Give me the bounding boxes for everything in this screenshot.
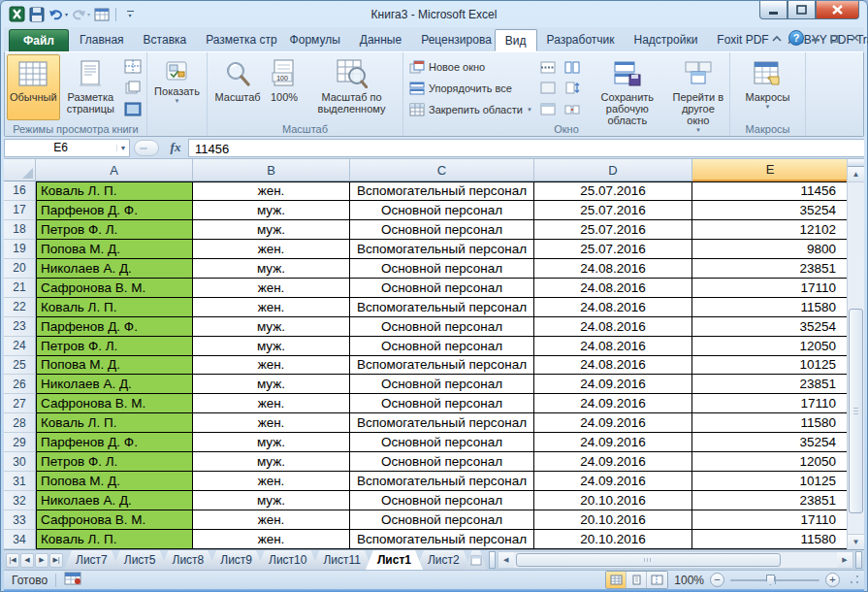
cell[interactable]: Коваль Л. П.: [36, 181, 193, 201]
cell[interactable]: 24.09.2016: [534, 394, 692, 413]
cell[interactable]: 9800: [692, 240, 849, 259]
cell[interactable]: жен.: [193, 240, 350, 259]
custom-views-icon[interactable]: [122, 78, 144, 97]
cell[interactable]: 25.07.2016: [534, 201, 692, 220]
save-icon[interactable]: [28, 6, 46, 23]
sheet-tab-Лист1[interactable]: Лист1: [366, 550, 423, 570]
cell[interactable]: Основной персонал: [350, 375, 534, 394]
zoom-in-icon[interactable]: +: [825, 573, 840, 587]
customize-qat-icon[interactable]: ▾: [121, 6, 139, 23]
cell[interactable]: Петров Ф. Л.: [36, 452, 193, 472]
column-header-A[interactable]: A: [36, 159, 193, 181]
cell[interactable]: муж.: [193, 452, 350, 472]
sheet-tab-Лист7[interactable]: Лист7: [64, 550, 119, 570]
cell[interactable]: 24.09.2016: [534, 452, 692, 472]
horizontal-scrollbar[interactable]: ◀ ▶: [498, 551, 853, 569]
cell[interactable]: Основной персонал: [350, 317, 534, 337]
last-sheet-icon[interactable]: ▶|: [49, 553, 63, 568]
cell[interactable]: 23851: [692, 375, 849, 394]
cell[interactable]: муж.: [193, 317, 350, 337]
scroll-down-icon[interactable]: ▼: [848, 534, 864, 549]
cell[interactable]: жен.: [193, 298, 350, 317]
sheet-tab-Лист2[interactable]: Лист2: [416, 550, 471, 570]
cell[interactable]: 24.09.2016: [534, 472, 692, 491]
undo-icon[interactable]: ▾: [48, 6, 68, 23]
page-break-shortcut-icon[interactable]: [647, 572, 667, 588]
row-header[interactable]: 29: [4, 433, 36, 452]
name-box[interactable]: E6 ▼: [4, 139, 130, 157]
cell[interactable]: Сафронова В. М.: [36, 394, 193, 413]
cell[interactable]: 35254: [692, 433, 849, 452]
cell[interactable]: муж.: [193, 491, 350, 510]
cell[interactable]: 24.08.2016: [534, 356, 692, 376]
freeze-panes-button[interactable]: Закрепить области ▼: [409, 99, 532, 119]
row-header[interactable]: 19: [4, 240, 36, 259]
cell[interactable]: Основной персонал: [350, 220, 534, 240]
cell[interactable]: Петров Ф. Л.: [36, 220, 193, 240]
redo-icon[interactable]: ▾: [71, 6, 90, 23]
row-header[interactable]: 23: [4, 317, 36, 337]
horizontal-scroll-thumb[interactable]: [516, 553, 781, 567]
cell[interactable]: 17110: [692, 279, 849, 298]
cell[interactable]: Основной персонал: [350, 510, 534, 530]
tab-Вставка[interactable]: Вставка: [134, 29, 197, 51]
cell[interactable]: Николаев А. Д.: [36, 491, 193, 510]
cell[interactable]: Вспомогательный персонал: [350, 181, 534, 201]
first-sheet-icon[interactable]: |◀: [6, 553, 19, 568]
tab-Рецензирова[interactable]: Рецензирова: [411, 29, 495, 51]
prev-sheet-icon[interactable]: ◀: [20, 553, 34, 568]
normal-view-button[interactable]: Обычный: [7, 54, 60, 120]
sheet-tab-Лист10[interactable]: Лист10: [257, 550, 318, 570]
cell[interactable]: муж.: [193, 259, 350, 279]
cell[interactable]: 10125: [692, 356, 849, 376]
cell[interactable]: Вспомогательный персонал: [350, 530, 534, 549]
cell[interactable]: муж.: [193, 433, 350, 452]
cell[interactable]: 24.08.2016: [534, 317, 692, 337]
cell[interactable]: Коваль Л. П.: [36, 530, 193, 549]
cell[interactable]: Николаев А. Д.: [36, 259, 193, 279]
cell[interactable]: муж.: [193, 220, 350, 240]
switch-windows-button[interactable]: Перейти в другое окно ▼: [669, 54, 727, 120]
horizontal-scroll-track[interactable]: [514, 552, 837, 568]
cell[interactable]: жен.: [193, 394, 350, 413]
sheet-tab-Лист8[interactable]: Лист8: [161, 550, 216, 570]
synchronous-scrolling-icon[interactable]: [562, 79, 583, 97]
page-layout-shortcut-icon[interactable]: [627, 572, 647, 588]
cell[interactable]: 23851: [692, 491, 849, 510]
workbook-minimize-icon[interactable]: [808, 30, 823, 46]
cell[interactable]: жен.: [193, 472, 350, 491]
zoom-slider[interactable]: [730, 573, 820, 587]
column-header-E[interactable]: E: [692, 159, 849, 181]
cell[interactable]: 20.10.2016: [534, 530, 692, 549]
cell[interactable]: Основной персонал: [350, 201, 534, 220]
cell[interactable]: жен.: [193, 356, 350, 376]
cell[interactable]: Парфенов Д. Ф.: [36, 317, 193, 337]
column-header-B[interactable]: B: [193, 159, 350, 181]
workbook-restore-icon[interactable]: [827, 30, 843, 46]
cell[interactable]: 24.09.2016: [534, 413, 692, 433]
full-screen-icon[interactable]: [122, 99, 144, 118]
new-sheet-icon[interactable]: [93, 6, 111, 23]
sheet-tab-Лист9[interactable]: Лист9: [209, 550, 264, 570]
restore-button[interactable]: [788, 1, 816, 19]
help-icon[interactable]: ?: [788, 30, 804, 46]
cell[interactable]: 17110: [692, 510, 849, 530]
column-header-D[interactable]: D: [534, 159, 692, 181]
cell[interactable]: Сафронова В. М.: [36, 279, 193, 298]
vertical-scrollbar[interactable]: ▲ ▼: [847, 159, 864, 549]
unhide-window-icon[interactable]: [537, 100, 559, 118]
cell[interactable]: 11580: [692, 298, 849, 317]
workbook-close-icon[interactable]: [847, 30, 862, 46]
cell[interactable]: 23851: [692, 259, 849, 279]
select-all-corner[interactable]: [4, 159, 36, 181]
cell[interactable]: муж.: [193, 201, 350, 220]
cell[interactable]: 12050: [692, 337, 849, 356]
tab-Формулы[interactable]: Формулы: [280, 29, 350, 51]
next-sheet-icon[interactable]: ▶: [35, 553, 48, 568]
cell[interactable]: 24.08.2016: [534, 259, 692, 279]
row-header[interactable]: 34: [4, 530, 36, 549]
formula-input[interactable]: 11456: [188, 139, 864, 157]
new-window-button[interactable]: Новое окно: [409, 56, 532, 77]
cell[interactable]: жен.: [193, 279, 350, 298]
sheet-tab-Лист11[interactable]: Лист11: [311, 550, 372, 570]
